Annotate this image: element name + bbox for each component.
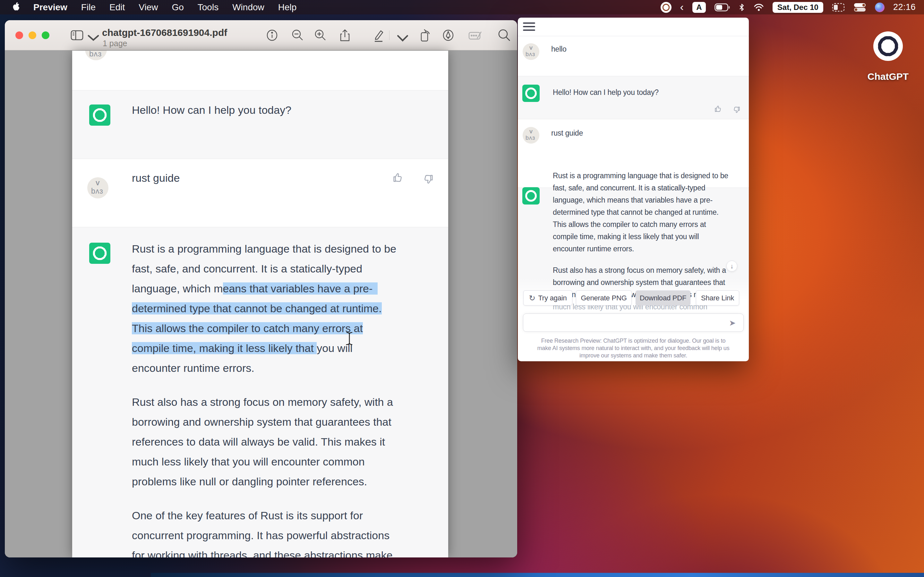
desktop: Preview File Edit View Go Tools Window H… (0, 0, 924, 577)
chatgpt-avatar (522, 85, 540, 102)
pdf-viewport[interactable]: V bʌɜ Hello! How can I help you today? (5, 51, 517, 558)
pdf-paragraph-2: Rust also has a strong focus on memory s… (132, 392, 393, 492)
menu-edit[interactable]: Edit (110, 2, 125, 13)
chatgpt-avatar (522, 187, 540, 205)
preview-window: chatgpt-1670681691904.pdf 1 page (5, 20, 517, 558)
thumbs-up-icon[interactable] (393, 171, 405, 184)
minimize-button[interactable] (29, 31, 36, 39)
thumbs-up-icon[interactable] (714, 105, 723, 113)
input-source-indicator[interactable]: A (692, 2, 706, 13)
avatar-user: V bʌɜ (523, 43, 540, 60)
menu-go[interactable]: Go (172, 2, 184, 13)
regenerate-icon: ↻ (529, 293, 535, 303)
menu-tools[interactable]: Tools (198, 2, 218, 13)
chatgpt-avatar (89, 243, 110, 264)
chat-footer-disclaimer: Free Research Preview: ChatGPT is optimi… (518, 337, 749, 359)
control-center-icon[interactable] (853, 3, 866, 12)
chat-assistant-row-1: Hello! How can I help you today? (518, 76, 749, 119)
form-fill-icon[interactable] (468, 28, 482, 42)
window-page-count: 1 page (103, 39, 127, 48)
openai-logo-icon (879, 37, 897, 55)
zoom-window-button[interactable] (42, 31, 49, 39)
thumbs-down-icon[interactable] (732, 105, 740, 114)
menu-file[interactable]: File (81, 2, 95, 13)
send-icon[interactable]: ➤ (729, 318, 736, 327)
sidebar-chevron-icon[interactable] (86, 31, 100, 45)
avatar-user: V bʌɜ (87, 177, 108, 198)
share-link-button[interactable]: Share Link (696, 290, 739, 306)
chat-paragraph-2: Rust also has a strong focus on memory s… (553, 264, 726, 313)
sidebar-toggle-icon[interactable] (70, 28, 84, 42)
battery-icon[interactable] (714, 3, 730, 11)
chatgpt-window: V bʌɜ hello Hello! How can I help you to… (518, 18, 749, 361)
highlighter-chevron-icon[interactable] (396, 31, 410, 45)
pdf-page[interactable]: V bʌɜ Hello! How can I help you today? (72, 51, 448, 558)
generate-png-button[interactable]: Generate PNG (576, 290, 632, 306)
menu-help[interactable]: Help (278, 2, 297, 13)
menu-view[interactable]: View (139, 2, 158, 13)
chat-user-message-1: hello (551, 45, 567, 53)
search-icon[interactable] (497, 28, 511, 42)
divider (518, 36, 749, 36)
zoom-in-icon[interactable] (313, 28, 327, 42)
zoom-out-icon[interactable] (290, 28, 304, 42)
menubar-time: 22:16 (893, 2, 916, 12)
wallpaper-blue-strip (151, 573, 924, 577)
share-icon[interactable] (338, 28, 352, 42)
pdf-greeting-text: Hello! How can I help you today? (132, 104, 291, 116)
preview-toolbar: chatgpt-1670681691904.pdf 1 page (5, 20, 517, 50)
avatar-user: V bʌɜ (523, 127, 540, 143)
menu-app-name[interactable]: Preview (33, 2, 67, 13)
menu-window[interactable]: Window (232, 2, 264, 13)
bluetooth-icon[interactable] (738, 3, 745, 12)
status-icons: ‹ A Sat, Dec 10 22:16 (661, 2, 924, 13)
ibeam-cursor (346, 332, 353, 346)
rotate-icon[interactable] (418, 28, 432, 42)
menu-bar: Preview File Edit View Go Tools Window H… (0, 0, 924, 15)
chat-greeting-text: Hello! How can I help you today? (553, 88, 659, 97)
chat-user-message-2: rust guide (551, 129, 583, 137)
close-button[interactable] (15, 31, 23, 39)
chatgpt-menubar-icon[interactable] (661, 2, 672, 13)
pdf-prompt-text: rust guide (132, 172, 180, 184)
scroll-to-bottom-button[interactable]: ↓ (726, 261, 737, 271)
info-icon[interactable] (265, 28, 279, 42)
screen-mirroring-icon[interactable] (832, 3, 845, 12)
chatgpt-desktop-icon-label: ChatGPT (863, 71, 914, 82)
toolbar-separator (389, 31, 389, 40)
menu-left: Preview File Edit View Go Tools Window H… (0, 2, 310, 13)
hamburger-menu-icon[interactable] (523, 23, 535, 33)
highlighter-icon[interactable] (372, 28, 386, 42)
avatar-user-partial: V bʌɜ (85, 51, 107, 60)
menubar-date[interactable]: Sat, Dec 10 (772, 2, 823, 13)
pdf-assistant-row-1: Hello! How can I help you today? (72, 90, 448, 159)
apple-menu-icon[interactable] (11, 2, 21, 13)
chevron-left-icon[interactable]: ‹ (680, 1, 684, 12)
chat-paragraph-1: Rust is a programming language that is d… (553, 169, 728, 255)
try-again-button[interactable]: ↻ Try again (523, 290, 572, 306)
window-title: chatgpt-1670681691904.pdf (102, 27, 227, 38)
pdf-paragraph-3: One of the key features of Rust is its s… (132, 506, 393, 558)
pdf-paragraph-1: Rust is a programming language that is d… (132, 239, 396, 378)
markup-pen-icon[interactable] (441, 28, 455, 42)
chatgpt-avatar (89, 105, 110, 126)
message-input[interactable]: ➤ (523, 314, 744, 332)
download-pdf-button[interactable]: Download PDF (636, 290, 690, 306)
wifi-icon[interactable] (754, 3, 764, 11)
thumbs-down-icon[interactable] (422, 173, 434, 185)
chatgpt-desktop-icon[interactable] (873, 31, 903, 61)
siri-icon[interactable] (875, 3, 885, 12)
